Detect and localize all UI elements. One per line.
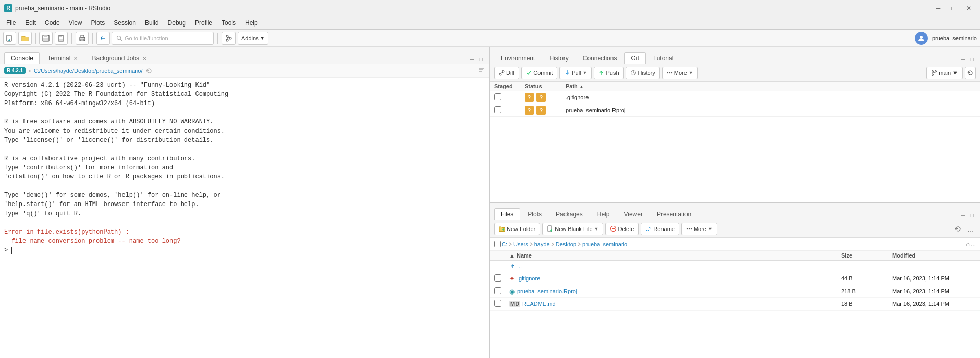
git-refresh-button[interactable] bbox=[965, 67, 976, 79]
files-refresh-button[interactable] bbox=[952, 223, 964, 235]
menu-view[interactable]: View bbox=[65, 18, 86, 28]
minimize-button[interactable]: ─ bbox=[931, 3, 945, 13]
menu-tools[interactable]: Tools bbox=[217, 18, 240, 28]
menu-file[interactable]: File bbox=[2, 18, 20, 28]
tab-console[interactable]: Console bbox=[4, 52, 40, 64]
new-file-button[interactable] bbox=[3, 32, 16, 45]
git-history-button[interactable]: History bbox=[626, 67, 660, 79]
bottom-right-minimize-button[interactable]: ─ bbox=[959, 211, 967, 220]
files-check-rproj[interactable] bbox=[490, 285, 505, 298]
tab-background-jobs-close[interactable]: ✕ bbox=[142, 56, 146, 61]
files-more-dropdown[interactable]: ▼ bbox=[708, 226, 713, 232]
git-diff-button[interactable]: Diff bbox=[494, 67, 519, 79]
files-check-gitignore[interactable] bbox=[490, 272, 505, 285]
tab-viewer[interactable]: Viewer bbox=[617, 208, 649, 220]
files-cell-name-parent[interactable]: .. bbox=[505, 261, 837, 272]
tab-git[interactable]: Git bbox=[624, 52, 645, 64]
files-name-parent[interactable]: .. bbox=[519, 263, 522, 269]
path-hayde[interactable]: hayde bbox=[534, 241, 550, 247]
files-cell-name-gitignore[interactable]: ✦ .gitignore bbox=[505, 272, 837, 285]
files-row-rproj[interactable]: ◉ prueba_seminario.Rproj 218 B Mar 16, 2… bbox=[490, 285, 980, 298]
git-pull-dropdown[interactable]: ▼ bbox=[583, 70, 587, 75]
files-more-button[interactable]: More ▼ bbox=[681, 223, 717, 235]
save-button[interactable] bbox=[39, 32, 53, 45]
files-check-readme[interactable] bbox=[490, 298, 505, 311]
git-staged-1[interactable] bbox=[490, 91, 521, 104]
path-desktop[interactable]: Desktop bbox=[556, 241, 576, 247]
menu-session[interactable]: Session bbox=[110, 18, 140, 28]
tab-terminal[interactable]: Terminal ✕ bbox=[41, 52, 84, 64]
top-right-maximize-button[interactable]: □ bbox=[968, 55, 976, 64]
left-panel-minimize-button[interactable]: ─ bbox=[468, 55, 476, 64]
left-panel-maximize-button[interactable]: □ bbox=[477, 55, 485, 64]
addins-button[interactable]: Addins ▼ bbox=[238, 32, 268, 45]
files-col-size[interactable]: Size bbox=[837, 251, 888, 261]
delete-file-button[interactable]: Delete bbox=[605, 223, 639, 235]
menu-profile[interactable]: Profile bbox=[191, 18, 216, 28]
files-checkbox-gitignore[interactable] bbox=[494, 274, 501, 282]
tab-files[interactable]: Files bbox=[494, 208, 520, 220]
path-project[interactable]: prueba_seminario bbox=[582, 241, 627, 247]
menu-build[interactable]: Build bbox=[141, 18, 163, 28]
maximize-button[interactable]: □ bbox=[946, 3, 961, 13]
git-staged-checkbox-1[interactable] bbox=[494, 93, 501, 100]
git-branch-dropdown[interactable]: ▼ bbox=[952, 70, 958, 76]
git-col-status[interactable]: Status bbox=[521, 82, 561, 91]
tab-terminal-close[interactable]: ✕ bbox=[74, 56, 78, 61]
files-path-more-button[interactable]: ... bbox=[971, 241, 976, 248]
git-toolbar-button[interactable] bbox=[222, 32, 236, 45]
files-name-gitignore[interactable]: .gitignore bbox=[517, 275, 540, 282]
path-c[interactable]: C: bbox=[502, 241, 507, 247]
bottom-right-maximize-button[interactable]: □ bbox=[968, 211, 976, 220]
menu-help[interactable]: Help bbox=[241, 18, 262, 28]
files-checkbox-rproj[interactable] bbox=[494, 287, 501, 294]
files-col-name[interactable]: ▲ Name bbox=[505, 251, 837, 261]
clear-console-button[interactable] bbox=[478, 66, 485, 75]
git-staged-checkbox-2[interactable] bbox=[494, 106, 501, 113]
git-more-dropdown[interactable]: ▼ bbox=[689, 70, 693, 75]
files-checkbox-readme[interactable] bbox=[494, 300, 501, 307]
open-file-button[interactable] bbox=[18, 32, 32, 45]
menu-code[interactable]: Code bbox=[41, 18, 64, 28]
tab-history[interactable]: History bbox=[543, 52, 575, 64]
files-cell-name-rproj[interactable]: ◉ prueba_seminario.Rproj bbox=[505, 285, 837, 298]
tab-tutorial[interactable]: Tutorial bbox=[647, 52, 680, 64]
git-row-2[interactable]: ? ? prueba_seminario.Rproj bbox=[490, 104, 980, 117]
git-row-1[interactable]: ? ? .gitignore bbox=[490, 91, 980, 104]
files-col-modified[interactable]: Modified bbox=[888, 251, 980, 261]
new-blank-file-dropdown[interactable]: ▼ bbox=[594, 226, 599, 232]
files-name-readme[interactable]: README.md bbox=[522, 301, 555, 307]
print-button[interactable] bbox=[76, 32, 89, 45]
menu-plots[interactable]: Plots bbox=[87, 18, 109, 28]
tab-presentation[interactable]: Presentation bbox=[650, 208, 698, 220]
files-cell-name-readme[interactable]: MD README.md bbox=[505, 298, 837, 311]
git-col-staged[interactable]: Staged bbox=[490, 82, 521, 91]
git-col-path[interactable]: Path bbox=[561, 82, 980, 91]
files-row-gitignore[interactable]: ✦ .gitignore 44 B Mar 16, 2023, 1:14 PM bbox=[490, 272, 980, 285]
new-blank-file-button[interactable]: New Blank File ▼ bbox=[542, 223, 603, 235]
tab-connections[interactable]: Connections bbox=[576, 52, 624, 64]
git-staged-2[interactable] bbox=[490, 104, 521, 117]
console-path-link[interactable]: C:/Users/hayde/Desktop/prueba_seminario/ bbox=[34, 68, 142, 74]
navigate-back-button[interactable] bbox=[96, 32, 110, 45]
tab-environment[interactable]: Environment bbox=[494, 52, 542, 64]
git-push-button[interactable]: Push bbox=[594, 67, 623, 79]
tab-help[interactable]: Help bbox=[591, 208, 617, 220]
files-select-all-checkbox[interactable] bbox=[494, 241, 501, 247]
console-output[interactable]: R version 4.2.1 (2022-06-23 ucrt) -- "Fu… bbox=[0, 78, 489, 358]
save-all-button[interactable] bbox=[55, 32, 68, 45]
git-more-button[interactable]: More ▼ bbox=[662, 67, 698, 79]
profile-avatar[interactable] bbox=[915, 32, 928, 45]
tab-plots[interactable]: Plots bbox=[521, 208, 548, 220]
tab-background-jobs[interactable]: Background Jobs ✕ bbox=[85, 52, 153, 64]
menu-edit[interactable]: Edit bbox=[21, 18, 40, 28]
files-name-rproj[interactable]: prueba_seminario.Rproj bbox=[517, 288, 577, 294]
files-row-readme[interactable]: MD README.md 18 B Mar 16, 2023, 1:14 PM bbox=[490, 298, 980, 311]
path-users[interactable]: Users bbox=[513, 241, 528, 247]
new-folder-button[interactable]: New Folder bbox=[494, 223, 540, 235]
files-ellipsis-button[interactable]: ... bbox=[965, 223, 976, 235]
files-path-home-button[interactable]: ⌂ bbox=[966, 240, 970, 248]
close-button[interactable]: ✕ bbox=[962, 3, 976, 13]
tab-packages[interactable]: Packages bbox=[549, 208, 590, 220]
git-commit-button[interactable]: Commit bbox=[521, 67, 557, 79]
